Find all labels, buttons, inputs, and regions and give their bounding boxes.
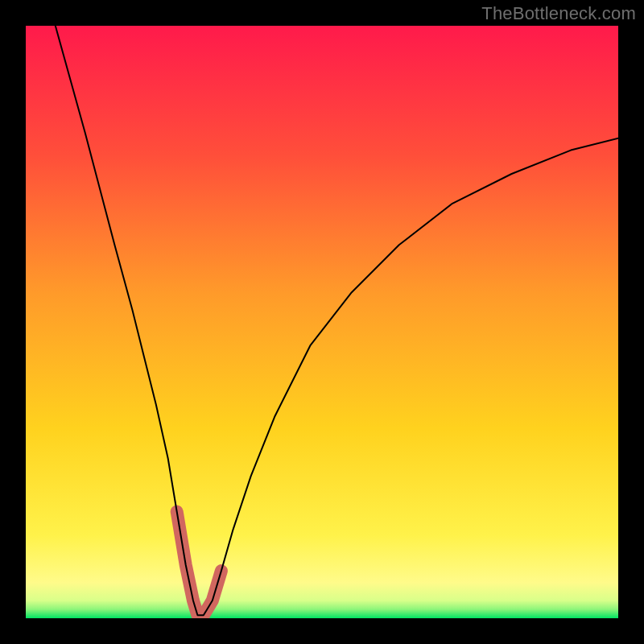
watermark-text: TheBottleneck.com bbox=[481, 3, 636, 24]
chart-svg bbox=[26, 26, 618, 618]
chart-frame: TheBottleneck.com bbox=[0, 0, 644, 644]
gradient-background bbox=[26, 26, 618, 618]
plot-area bbox=[26, 26, 618, 618]
